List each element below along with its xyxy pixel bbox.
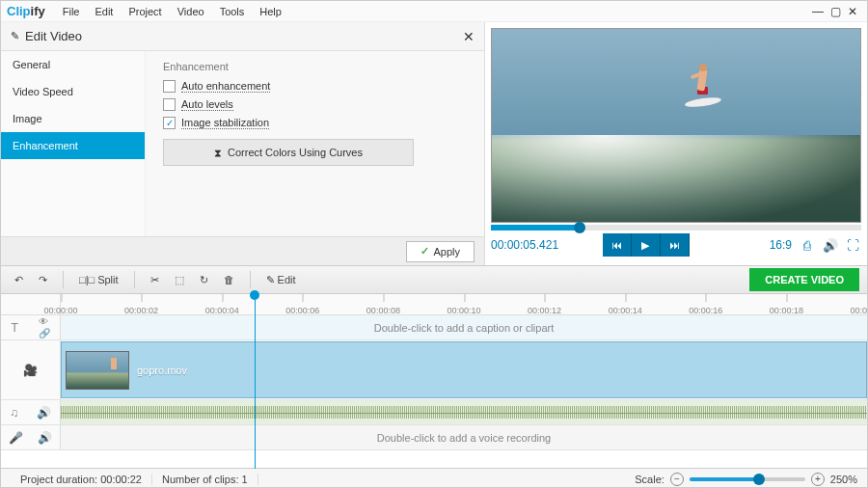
text-icon[interactable]: T	[11, 321, 17, 335]
label-image-stabilization: Image stabilization	[181, 117, 269, 129]
aspect-ratio: 16:9	[770, 238, 792, 252]
apply-label: Apply	[433, 246, 460, 258]
edit-video-title: Edit Video	[25, 29, 82, 43]
tab-general[interactable]: General	[1, 51, 145, 78]
curves-icon: ⧗	[214, 147, 222, 159]
edit-clip-button[interactable]: ✎ Edit	[260, 272, 302, 288]
voice-volume-icon[interactable]: 🔊	[38, 431, 52, 445]
checkbox-auto-levels[interactable]	[163, 98, 176, 111]
video-clip[interactable]: gopro.mov	[61, 341, 867, 398]
edit-video-panel: ✎ Edit Video ✕ General Video Speed Image…	[1, 22, 485, 265]
volume-icon[interactable]: 🔊	[823, 238, 838, 253]
tick: 00:00:12	[528, 306, 561, 315]
duration-value: 00:00:22	[100, 474, 142, 485]
preview-panel: 00:00:05.421 ⏮ ▶ ⏭ 16:9 ⎙ 🔊 ⛶	[485, 22, 867, 265]
tick: 00:00:04	[205, 306, 239, 315]
video-track-head: 🎥	[1, 340, 61, 399]
menu-video[interactable]: Video	[170, 4, 212, 19]
zoom-value: 250%	[830, 474, 857, 485]
clip-thumbnail	[66, 351, 129, 390]
split-button[interactable]: □|□ Split	[73, 272, 124, 287]
mic-icon: 🎤	[9, 431, 23, 445]
edit-tabs: General Video Speed Image Enhancement	[1, 51, 146, 236]
menu-tools[interactable]: Tools	[212, 4, 253, 19]
tick: 00:00:20	[850, 306, 868, 315]
close-window-button[interactable]: ✕	[844, 5, 861, 18]
correct-colors-label: Correct Colors Using Curves	[228, 147, 363, 158]
tick: 00:00:06	[285, 306, 319, 315]
audio-track-head: ♫ 🔊	[1, 400, 61, 424]
timeline-toolbar: ↶ ↷ □|□ Split ✂ ⬚ ↻ 🗑 ✎ Edit CREATE VIDE…	[1, 265, 867, 294]
enhancement-section-label: Enhancement	[163, 61, 467, 72]
tick: 00:00:00	[43, 306, 77, 315]
eye-icon[interactable]: 👁	[39, 316, 50, 327]
delete-button[interactable]: 🗑	[218, 272, 240, 287]
label-auto-enhancement: Auto enhancement	[181, 80, 270, 93]
rotate-button[interactable]: ↻	[194, 272, 214, 288]
link-icon[interactable]: 🔗	[39, 328, 50, 339]
voice-track-head: 🎤 🔊	[1, 425, 61, 449]
zoom-in-button[interactable]: +	[811, 473, 825, 486]
next-frame-button[interactable]: ⏭	[661, 233, 690, 257]
menu-help[interactable]: Help	[252, 4, 289, 19]
clips-value: 1	[242, 474, 248, 485]
tick: 00:00:08	[366, 306, 400, 315]
caption-track-head: T 👁🔗	[1, 315, 61, 339]
tab-image[interactable]: Image	[1, 105, 145, 132]
maximize-button[interactable]: ▢	[827, 5, 844, 18]
tab-video-speed[interactable]: Video Speed	[1, 78, 145, 105]
apply-button[interactable]: ✓ Apply	[406, 241, 475, 262]
clips-label: Number of clips:	[162, 474, 238, 485]
music-icon: ♫	[10, 406, 18, 420]
menu-file[interactable]: File	[55, 4, 88, 19]
fullscreen-icon[interactable]: ⛶	[846, 238, 861, 253]
play-button[interactable]: ▶	[632, 233, 661, 257]
redo-button[interactable]: ↷	[33, 272, 53, 288]
correct-colors-button[interactable]: ⧗ Correct Colors Using Curves	[163, 139, 414, 166]
tick: 00:00:02	[124, 306, 158, 315]
timecode: 00:00:05.421	[491, 238, 558, 252]
video-preview[interactable]	[491, 28, 861, 223]
tick: 00:00:10	[447, 306, 480, 315]
create-video-button[interactable]: CREATE VIDEO	[749, 268, 859, 291]
app-logo: Clipify	[7, 4, 45, 18]
duration-label: Project duration:	[20, 474, 97, 485]
check-icon: ✓	[420, 245, 429, 258]
video-icon: 🎥	[23, 364, 38, 377]
checkbox-auto-enhancement[interactable]	[163, 80, 176, 93]
crop-button[interactable]: ⬚	[169, 272, 190, 288]
zoom-slider[interactable]	[690, 477, 805, 481]
close-panel-button[interactable]: ✕	[463, 29, 475, 44]
enhancement-content: Enhancement Auto enhancement Auto levels…	[146, 51, 484, 236]
cut-button[interactable]: ✂	[145, 272, 165, 288]
camera-icon[interactable]: ⎙	[800, 238, 815, 253]
statusbar: Project duration: 00:00:22 Number of cli…	[1, 468, 867, 488]
menu-project[interactable]: Project	[121, 4, 169, 19]
menubar: Clipify File Edit Project Video Tools He…	[1, 1, 867, 22]
voice-track[interactable]: Double-click to add a voice recording	[61, 425, 867, 449]
zoom-out-button[interactable]: −	[670, 473, 684, 486]
caption-track[interactable]: Double-click to add a caption or clipart	[61, 315, 867, 339]
tab-enhancement[interactable]: Enhancement	[1, 132, 145, 159]
minimize-button[interactable]: —	[809, 5, 827, 18]
checkbox-image-stabilization[interactable]	[163, 117, 176, 129]
undo-button[interactable]: ↶	[9, 272, 29, 288]
scale-label: Scale:	[635, 474, 665, 485]
ruler[interactable]: 00:00:0000:00:0200:00:0400:00:0600:00:08…	[61, 294, 867, 314]
clip-name: gopro.mov	[137, 365, 187, 376]
tick: 00:00:16	[689, 306, 722, 315]
video-track[interactable]: gopro.mov	[61, 340, 867, 399]
menu-edit[interactable]: Edit	[87, 4, 121, 19]
track-volume-icon[interactable]: 🔊	[37, 406, 51, 420]
tick: 00:00:14	[609, 306, 642, 315]
label-auto-levels: Auto levels	[181, 98, 233, 111]
audio-track[interactable]	[61, 400, 867, 424]
timeline: 00:00:0000:00:0200:00:0400:00:0600:00:08…	[1, 294, 867, 468]
prev-frame-button[interactable]: ⏮	[603, 233, 632, 257]
edit-icon: ✎	[11, 30, 19, 42]
tick: 00:00:18	[770, 306, 803, 315]
preview-progress[interactable]	[491, 225, 861, 230]
